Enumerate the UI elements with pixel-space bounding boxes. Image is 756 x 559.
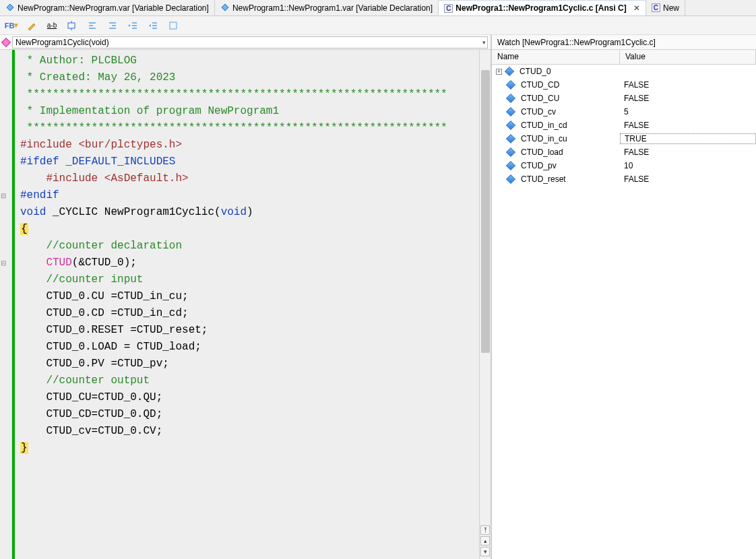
function-selector[interactable]: NewProgram1Cyclic(void) ▾ [12,36,488,48]
code-line: CTUD_0.LOAD = CTUD_load; [20,339,479,356]
watch-value-cell[interactable]: FALSE [620,94,756,103]
watch-var-name: CTUD_load [521,147,563,157]
watch-var-name: CTUD_reset [521,174,566,184]
fold-gutter[interactable]: ⊟⊟ [0,50,12,559]
watch-var-name: CTUD_0 [519,67,551,76]
code-line: ****************************************… [20,86,479,103]
tab-label: NewProgram::NewProgram.var [Variable Dec… [18,3,209,13]
fold-minus-icon[interactable]: ⊟ [0,192,7,199]
watch-row[interactable]: CTUD_in_cdFALSE [492,119,756,132]
indent-left-icon [88,21,97,30]
code-text[interactable]: * Author: PLCBLOG * Created: May 26, 202… [12,50,479,559]
variable-icon [506,161,515,170]
outdent-button[interactable] [125,18,140,33]
chevron-down-icon: ▾ [482,39,486,46]
variable-icon [506,107,515,117]
tab-1[interactable]: NewProgram1::NewProgram1.var [Variable D… [215,0,439,15]
pencil-icon [27,21,36,30]
code-line: void _CYCLIC NewProgram1Cyclic(void) [20,204,479,221]
watch-var-name: CTUD_CU [521,94,559,103]
code-line: CTUD(&CTUD_0); [20,255,479,271]
code-line: * Created: May 26, 2023 [20,69,479,86]
watch-value-cell[interactable]: FALSE [620,121,756,130]
svg-marker-0 [7,4,13,11]
variable-icon [506,134,515,143]
watch-header: Name Value [492,50,756,65]
code-line: //counter input [20,271,479,288]
watch-row[interactable]: CTUD_pv10 [492,159,756,172]
watch-row[interactable]: CTUD_CDFALSE [492,78,756,92]
indent-icon [148,21,158,30]
fold-minus-icon[interactable]: ⊟ [0,259,7,266]
fb-button[interactable]: FB▾ [4,18,19,33]
watch-row[interactable]: CTUD_resetFALSE [492,172,756,186]
close-icon[interactable]: ✕ [633,3,640,13]
watch-name-cell: CTUD_pv [492,161,620,170]
scroll-up-button[interactable]: ▴ [480,536,490,546]
code-line: CTUD_CD=CTUD_0.QD; [20,406,479,423]
watch-row[interactable]: CTUD_cv5 [492,105,756,119]
expand-icon[interactable]: + [496,69,502,75]
code-line: #ifdef _DEFAULT_INCLUDES [20,154,479,170]
function-signature: NewProgram1Cyclic(void) [15,38,109,47]
watch-value-cell[interactable]: FALSE [620,174,756,184]
watch-value-cell[interactable]: FALSE [620,147,756,157]
watch-value-cell[interactable]: FALSE [620,80,756,90]
watch-row[interactable]: CTUD_loadFALSE [492,145,756,159]
variable-icon [506,94,515,103]
watch-col-name[interactable]: Name [492,50,620,64]
code-line: CTUD_0.CD =CTUD_in_cd; [20,305,479,322]
ab-button[interactable]: a-b [44,18,59,33]
tab-2[interactable]: CNewProgra1::NewProgram1Cyclic.c [Ansi C… [439,0,646,15]
scrollbar-thumb[interactable] [481,70,490,353]
code-line: CTUD_cv=CTUD_0.CV; [20,423,479,440]
watch-name-cell: CTUD_in_cu [492,134,620,143]
vertical-scrollbar[interactable]: ⭱ ▴ ▾ [479,50,491,559]
indent-button[interactable] [146,18,160,33]
watch-name-cell: +CTUD_0 [492,67,620,76]
watch-title: Watch [NewProgra1::NewProgram1Cyclic.c] [492,35,756,50]
watch-value-cell[interactable]: 5 [620,107,756,117]
code-line: #include <AsDefault.h> [20,170,479,187]
outdent-icon [128,21,137,30]
watch-name-cell: CTUD_load [492,147,620,157]
tab-0[interactable]: NewProgram::NewProgram.var [Variable Dec… [0,0,215,15]
code-editor[interactable]: ⊟⊟ * Author: PLCBLOG * Created: May 26, … [0,50,491,559]
var-file-icon [5,3,15,13]
watch-var-name: CTUD_in_cd [521,121,567,130]
indent-left-button[interactable] [85,18,100,33]
svg-marker-1 [222,4,228,11]
code-line: * Author: PLCBLOG [20,53,479,69]
watch-value-cell[interactable]: TRUE [620,133,756,144]
scroll-top-button[interactable]: ⭱ [480,525,490,535]
watch-name-cell: CTUD_cv [492,107,620,117]
code-line: { [20,221,479,238]
code-line: //counter declaration [20,238,479,255]
code-line: CTUD_CU=CTUD_0.QU; [20,389,479,406]
main-split: NewProgram1Cyclic(void) ▾ ⊟⊟ * Author: P… [0,35,756,559]
scroll-down-button[interactable]: ▾ [480,547,490,556]
tab-3[interactable]: CNew [646,0,685,15]
code-line: * Implementation of program NewProgram1 [20,103,479,120]
watch-var-name: CTUD_cv [521,107,556,117]
watch-pane: Watch [NewProgra1::NewProgram1Cyclic.c] … [492,35,756,559]
watch-row[interactable]: CTUD_CUFALSE [492,92,756,105]
watch-value-cell[interactable]: 10 [620,161,756,170]
save-button[interactable] [24,18,39,33]
editor-pane: NewProgram1Cyclic(void) ▾ ⊟⊟ * Author: P… [0,35,492,559]
tab-label: NewProgram1::NewProgram1.var [Variable D… [232,3,433,13]
code-line: ****************************************… [20,120,479,137]
code-line: CTUD_0.RESET =CTUD_reset; [20,322,479,339]
watch-row[interactable]: CTUD_in_cuTRUE [492,132,756,145]
watch-name-cell: CTUD_CU [492,94,620,103]
c-file-icon: C [652,3,660,12]
block-button[interactable] [166,18,181,33]
watch-var-name: CTUD_CD [521,80,559,90]
watch-row[interactable]: +CTUD_0 [492,65,756,78]
watch-col-value[interactable]: Value [620,50,756,64]
format-block-button[interactable] [65,18,80,33]
watch-name-cell: CTUD_in_cd [492,121,620,130]
tab-label: New [663,3,679,13]
indent-right-button[interactable] [105,18,120,33]
code-line: } [20,440,479,457]
